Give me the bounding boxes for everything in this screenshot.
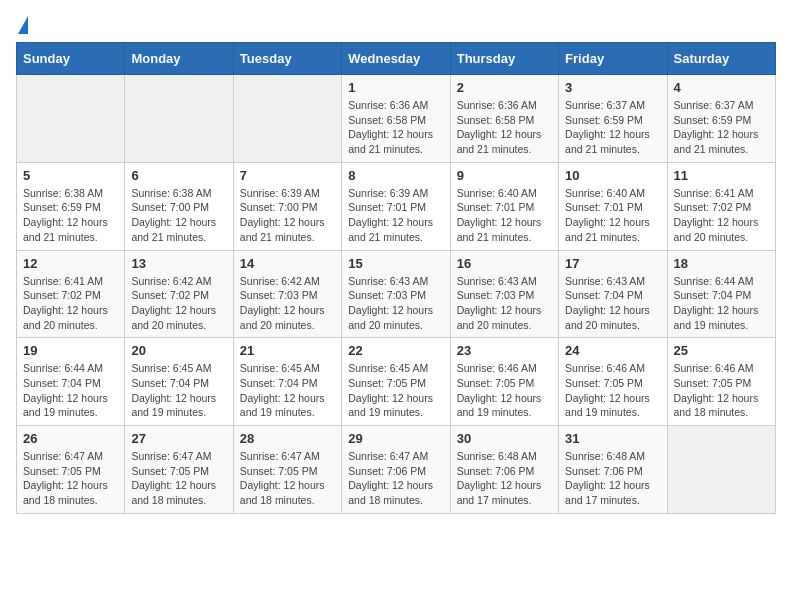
day-number: 21 xyxy=(240,343,335,358)
day-info: Sunrise: 6:43 AM Sunset: 7:04 PM Dayligh… xyxy=(565,274,660,333)
day-info: Sunrise: 6:46 AM Sunset: 7:05 PM Dayligh… xyxy=(674,361,769,420)
calendar-cell: 20Sunrise: 6:45 AM Sunset: 7:04 PM Dayli… xyxy=(125,338,233,426)
calendar-cell: 1Sunrise: 6:36 AM Sunset: 6:58 PM Daylig… xyxy=(342,75,450,163)
calendar-cell: 4Sunrise: 6:37 AM Sunset: 6:59 PM Daylig… xyxy=(667,75,775,163)
day-number: 8 xyxy=(348,168,443,183)
calendar-week-row: 5Sunrise: 6:38 AM Sunset: 6:59 PM Daylig… xyxy=(17,162,776,250)
day-info: Sunrise: 6:38 AM Sunset: 7:00 PM Dayligh… xyxy=(131,186,226,245)
calendar-cell: 14Sunrise: 6:42 AM Sunset: 7:03 PM Dayli… xyxy=(233,250,341,338)
calendar-week-row: 26Sunrise: 6:47 AM Sunset: 7:05 PM Dayli… xyxy=(17,426,776,514)
calendar-cell: 19Sunrise: 6:44 AM Sunset: 7:04 PM Dayli… xyxy=(17,338,125,426)
day-info: Sunrise: 6:45 AM Sunset: 7:04 PM Dayligh… xyxy=(240,361,335,420)
day-number: 27 xyxy=(131,431,226,446)
calendar-cell: 24Sunrise: 6:46 AM Sunset: 7:05 PM Dayli… xyxy=(559,338,667,426)
day-number: 18 xyxy=(674,256,769,271)
day-number: 14 xyxy=(240,256,335,271)
day-info: Sunrise: 6:40 AM Sunset: 7:01 PM Dayligh… xyxy=(457,186,552,245)
day-info: Sunrise: 6:47 AM Sunset: 7:05 PM Dayligh… xyxy=(240,449,335,508)
calendar-cell: 16Sunrise: 6:43 AM Sunset: 7:03 PM Dayli… xyxy=(450,250,558,338)
day-info: Sunrise: 6:47 AM Sunset: 7:05 PM Dayligh… xyxy=(131,449,226,508)
day-info: Sunrise: 6:47 AM Sunset: 7:06 PM Dayligh… xyxy=(348,449,443,508)
day-info: Sunrise: 6:47 AM Sunset: 7:05 PM Dayligh… xyxy=(23,449,118,508)
day-number: 17 xyxy=(565,256,660,271)
calendar-table: SundayMondayTuesdayWednesdayThursdayFrid… xyxy=(16,42,776,514)
calendar-cell: 22Sunrise: 6:45 AM Sunset: 7:05 PM Dayli… xyxy=(342,338,450,426)
day-of-week-header: Wednesday xyxy=(342,43,450,75)
calendar-cell: 23Sunrise: 6:46 AM Sunset: 7:05 PM Dayli… xyxy=(450,338,558,426)
calendar-cell: 6Sunrise: 6:38 AM Sunset: 7:00 PM Daylig… xyxy=(125,162,233,250)
day-number: 7 xyxy=(240,168,335,183)
day-info: Sunrise: 6:45 AM Sunset: 7:05 PM Dayligh… xyxy=(348,361,443,420)
calendar-cell: 18Sunrise: 6:44 AM Sunset: 7:04 PM Dayli… xyxy=(667,250,775,338)
day-of-week-header: Sunday xyxy=(17,43,125,75)
day-info: Sunrise: 6:46 AM Sunset: 7:05 PM Dayligh… xyxy=(565,361,660,420)
calendar-cell: 13Sunrise: 6:42 AM Sunset: 7:02 PM Dayli… xyxy=(125,250,233,338)
day-info: Sunrise: 6:45 AM Sunset: 7:04 PM Dayligh… xyxy=(131,361,226,420)
day-number: 15 xyxy=(348,256,443,271)
calendar-cell: 17Sunrise: 6:43 AM Sunset: 7:04 PM Dayli… xyxy=(559,250,667,338)
day-number: 16 xyxy=(457,256,552,271)
day-info: Sunrise: 6:46 AM Sunset: 7:05 PM Dayligh… xyxy=(457,361,552,420)
day-info: Sunrise: 6:44 AM Sunset: 7:04 PM Dayligh… xyxy=(674,274,769,333)
calendar-cell: 15Sunrise: 6:43 AM Sunset: 7:03 PM Dayli… xyxy=(342,250,450,338)
day-info: Sunrise: 6:42 AM Sunset: 7:02 PM Dayligh… xyxy=(131,274,226,333)
day-info: Sunrise: 6:48 AM Sunset: 7:06 PM Dayligh… xyxy=(457,449,552,508)
calendar-cell: 27Sunrise: 6:47 AM Sunset: 7:05 PM Dayli… xyxy=(125,426,233,514)
day-number: 20 xyxy=(131,343,226,358)
day-number: 23 xyxy=(457,343,552,358)
day-number: 22 xyxy=(348,343,443,358)
calendar-cell: 2Sunrise: 6:36 AM Sunset: 6:58 PM Daylig… xyxy=(450,75,558,163)
day-info: Sunrise: 6:44 AM Sunset: 7:04 PM Dayligh… xyxy=(23,361,118,420)
day-info: Sunrise: 6:39 AM Sunset: 7:01 PM Dayligh… xyxy=(348,186,443,245)
day-number: 6 xyxy=(131,168,226,183)
calendar-cell: 9Sunrise: 6:40 AM Sunset: 7:01 PM Daylig… xyxy=(450,162,558,250)
day-number: 2 xyxy=(457,80,552,95)
calendar-cell: 5Sunrise: 6:38 AM Sunset: 6:59 PM Daylig… xyxy=(17,162,125,250)
calendar-cell xyxy=(17,75,125,163)
logo xyxy=(16,16,28,30)
calendar-cell: 8Sunrise: 6:39 AM Sunset: 7:01 PM Daylig… xyxy=(342,162,450,250)
day-number: 25 xyxy=(674,343,769,358)
calendar-cell: 11Sunrise: 6:41 AM Sunset: 7:02 PM Dayli… xyxy=(667,162,775,250)
day-info: Sunrise: 6:41 AM Sunset: 7:02 PM Dayligh… xyxy=(674,186,769,245)
day-info: Sunrise: 6:37 AM Sunset: 6:59 PM Dayligh… xyxy=(565,98,660,157)
day-number: 29 xyxy=(348,431,443,446)
day-info: Sunrise: 6:48 AM Sunset: 7:06 PM Dayligh… xyxy=(565,449,660,508)
day-of-week-header: Thursday xyxy=(450,43,558,75)
calendar-header-row: SundayMondayTuesdayWednesdayThursdayFrid… xyxy=(17,43,776,75)
day-info: Sunrise: 6:38 AM Sunset: 6:59 PM Dayligh… xyxy=(23,186,118,245)
calendar-week-row: 19Sunrise: 6:44 AM Sunset: 7:04 PM Dayli… xyxy=(17,338,776,426)
calendar-cell xyxy=(667,426,775,514)
day-info: Sunrise: 6:40 AM Sunset: 7:01 PM Dayligh… xyxy=(565,186,660,245)
day-of-week-header: Tuesday xyxy=(233,43,341,75)
day-number: 26 xyxy=(23,431,118,446)
day-number: 5 xyxy=(23,168,118,183)
logo-triangle-icon xyxy=(18,16,28,34)
calendar-week-row: 1Sunrise: 6:36 AM Sunset: 6:58 PM Daylig… xyxy=(17,75,776,163)
day-of-week-header: Monday xyxy=(125,43,233,75)
day-number: 24 xyxy=(565,343,660,358)
day-info: Sunrise: 6:42 AM Sunset: 7:03 PM Dayligh… xyxy=(240,274,335,333)
day-info: Sunrise: 6:43 AM Sunset: 7:03 PM Dayligh… xyxy=(348,274,443,333)
day-info: Sunrise: 6:43 AM Sunset: 7:03 PM Dayligh… xyxy=(457,274,552,333)
calendar-cell: 12Sunrise: 6:41 AM Sunset: 7:02 PM Dayli… xyxy=(17,250,125,338)
calendar-cell xyxy=(125,75,233,163)
day-info: Sunrise: 6:41 AM Sunset: 7:02 PM Dayligh… xyxy=(23,274,118,333)
page-header xyxy=(16,16,776,30)
day-number: 12 xyxy=(23,256,118,271)
day-info: Sunrise: 6:36 AM Sunset: 6:58 PM Dayligh… xyxy=(348,98,443,157)
day-info: Sunrise: 6:37 AM Sunset: 6:59 PM Dayligh… xyxy=(674,98,769,157)
calendar-cell: 28Sunrise: 6:47 AM Sunset: 7:05 PM Dayli… xyxy=(233,426,341,514)
day-number: 3 xyxy=(565,80,660,95)
calendar-cell: 3Sunrise: 6:37 AM Sunset: 6:59 PM Daylig… xyxy=(559,75,667,163)
day-info: Sunrise: 6:39 AM Sunset: 7:00 PM Dayligh… xyxy=(240,186,335,245)
day-number: 31 xyxy=(565,431,660,446)
day-number: 13 xyxy=(131,256,226,271)
calendar-week-row: 12Sunrise: 6:41 AM Sunset: 7:02 PM Dayli… xyxy=(17,250,776,338)
day-number: 19 xyxy=(23,343,118,358)
calendar-cell: 31Sunrise: 6:48 AM Sunset: 7:06 PM Dayli… xyxy=(559,426,667,514)
day-number: 28 xyxy=(240,431,335,446)
day-number: 9 xyxy=(457,168,552,183)
calendar-cell: 7Sunrise: 6:39 AM Sunset: 7:00 PM Daylig… xyxy=(233,162,341,250)
day-info: Sunrise: 6:36 AM Sunset: 6:58 PM Dayligh… xyxy=(457,98,552,157)
